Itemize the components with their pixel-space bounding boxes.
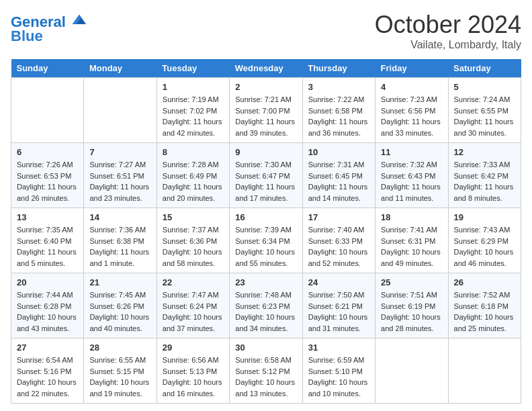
calendar-cell: 21Sunrise: 7:45 AMSunset: 6:26 PMDayligh… — [84, 273, 157, 338]
day-info: Sunrise: 7:28 AMSunset: 6:49 PMDaylight:… — [163, 159, 224, 203]
calendar-cell: 25Sunrise: 7:51 AMSunset: 6:19 PMDayligh… — [375, 273, 448, 338]
calendar-cell: 18Sunrise: 7:41 AMSunset: 6:31 PMDayligh… — [375, 208, 448, 273]
logo-icon — [71, 11, 87, 27]
day-info: Sunrise: 7:48 AMSunset: 6:23 PMDaylight:… — [235, 289, 296, 334]
day-info: Sunrise: 7:21 AMSunset: 7:00 PMDaylight:… — [235, 94, 296, 138]
day-info: Sunrise: 7:36 AMSunset: 6:38 PMDaylight:… — [89, 224, 150, 269]
day-number: 4 — [381, 82, 442, 92]
day-info: Sunrise: 6:54 AMSunset: 5:16 PMDaylight:… — [17, 355, 78, 399]
day-number: 15 — [163, 212, 224, 222]
calendar-cell: 4Sunrise: 7:23 AMSunset: 6:56 PMDaylight… — [375, 78, 448, 143]
day-number: 16 — [235, 212, 296, 222]
calendar-week-row: 13Sunrise: 7:35 AMSunset: 6:40 PMDayligh… — [11, 208, 521, 273]
title-area: October 2024 Vailate, Lombardy, Italy — [375, 11, 521, 51]
day-number: 12 — [454, 147, 515, 157]
day-number: 21 — [89, 277, 150, 287]
calendar-cell — [84, 78, 157, 143]
day-info: Sunrise: 7:41 AMSunset: 6:31 PMDaylight:… — [381, 224, 442, 269]
day-info: Sunrise: 7:44 AMSunset: 6:28 PMDaylight:… — [17, 289, 78, 334]
calendar-cell: 22Sunrise: 7:47 AMSunset: 6:24 PMDayligh… — [157, 273, 229, 338]
header-day-friday: Friday — [375, 59, 448, 78]
calendar-cell: 23Sunrise: 7:48 AMSunset: 6:23 PMDayligh… — [230, 273, 302, 338]
header-day-monday: Monday — [84, 59, 157, 78]
day-info: Sunrise: 7:19 AMSunset: 7:02 PMDaylight:… — [163, 94, 224, 138]
calendar-cell: 31Sunrise: 6:59 AMSunset: 5:10 PMDayligh… — [302, 338, 375, 404]
calendar-cell: 17Sunrise: 7:40 AMSunset: 6:33 PMDayligh… — [302, 208, 375, 273]
calendar-cell: 9Sunrise: 7:30 AMSunset: 6:47 PMDaylight… — [230, 143, 302, 208]
day-number: 24 — [308, 277, 369, 287]
calendar-cell: 11Sunrise: 7:32 AMSunset: 6:43 PMDayligh… — [375, 143, 448, 208]
calendar-cell: 24Sunrise: 7:50 AMSunset: 6:21 PMDayligh… — [302, 273, 375, 338]
calendar-header-row: SundayMondayTuesdayWednesdayThursdayFrid… — [11, 59, 521, 78]
day-info: Sunrise: 7:35 AMSunset: 6:40 PMDaylight:… — [17, 224, 78, 269]
day-info: Sunrise: 7:24 AMSunset: 6:55 PMDaylight:… — [454, 94, 515, 138]
header-day-saturday: Saturday — [448, 59, 521, 78]
calendar-week-row: 20Sunrise: 7:44 AMSunset: 6:28 PMDayligh… — [11, 273, 521, 338]
day-number: 20 — [17, 277, 78, 287]
day-info: Sunrise: 6:56 AMSunset: 5:13 PMDaylight:… — [163, 355, 224, 399]
header-day-wednesday: Wednesday — [230, 59, 302, 78]
calendar-cell: 6Sunrise: 7:26 AMSunset: 6:53 PMDaylight… — [11, 143, 84, 208]
day-number: 19 — [454, 212, 515, 222]
location: Vailate, Lombardy, Italy — [375, 39, 521, 51]
day-number: 18 — [381, 212, 442, 222]
day-number: 5 — [454, 82, 515, 92]
day-number: 2 — [235, 82, 296, 92]
day-info: Sunrise: 7:51 AMSunset: 6:19 PMDaylight:… — [381, 289, 442, 334]
day-number: 23 — [235, 277, 296, 287]
calendar-cell: 2Sunrise: 7:21 AMSunset: 7:00 PMDaylight… — [230, 78, 302, 143]
day-info: Sunrise: 7:45 AMSunset: 6:26 PMDaylight:… — [89, 289, 150, 334]
calendar-cell: 26Sunrise: 7:52 AMSunset: 6:18 PMDayligh… — [448, 273, 521, 338]
calendar-cell: 15Sunrise: 7:37 AMSunset: 6:36 PMDayligh… — [157, 208, 229, 273]
day-number: 26 — [454, 277, 515, 287]
day-info: Sunrise: 6:55 AMSunset: 5:15 PMDaylight:… — [89, 355, 150, 399]
logo: General Blue — [11, 11, 87, 45]
month-title: October 2024 — [375, 11, 521, 39]
header-day-sunday: Sunday — [11, 59, 84, 78]
calendar-cell: 20Sunrise: 7:44 AMSunset: 6:28 PMDayligh… — [11, 273, 84, 338]
day-number: 25 — [381, 277, 442, 287]
day-info: Sunrise: 7:22 AMSunset: 6:58 PMDaylight:… — [308, 94, 369, 138]
day-info: Sunrise: 7:26 AMSunset: 6:53 PMDaylight:… — [17, 159, 78, 203]
day-info: Sunrise: 6:59 AMSunset: 5:10 PMDaylight:… — [308, 355, 369, 399]
day-number: 8 — [163, 147, 224, 157]
calendar-cell: 16Sunrise: 7:39 AMSunset: 6:34 PMDayligh… — [230, 208, 302, 273]
calendar-cell: 28Sunrise: 6:55 AMSunset: 5:15 PMDayligh… — [84, 338, 157, 404]
day-info: Sunrise: 7:33 AMSunset: 6:42 PMDaylight:… — [454, 159, 515, 203]
calendar-cell: 8Sunrise: 7:28 AMSunset: 6:49 PMDaylight… — [157, 143, 229, 208]
day-number: 11 — [381, 147, 442, 157]
day-number: 31 — [308, 342, 369, 353]
day-info: Sunrise: 7:31 AMSunset: 6:45 PMDaylight:… — [308, 159, 369, 203]
day-number: 27 — [17, 342, 78, 353]
day-info: Sunrise: 7:43 AMSunset: 6:29 PMDaylight:… — [454, 224, 515, 269]
calendar-cell: 27Sunrise: 6:54 AMSunset: 5:16 PMDayligh… — [11, 338, 84, 404]
calendar-week-row: 1Sunrise: 7:19 AMSunset: 7:02 PMDaylight… — [11, 78, 521, 143]
day-number: 22 — [163, 277, 224, 287]
day-info: Sunrise: 7:39 AMSunset: 6:34 PMDaylight:… — [235, 224, 296, 269]
calendar-cell: 29Sunrise: 6:56 AMSunset: 5:13 PMDayligh… — [157, 338, 229, 404]
day-info: Sunrise: 7:27 AMSunset: 6:51 PMDaylight:… — [89, 159, 150, 203]
day-info: Sunrise: 7:50 AMSunset: 6:21 PMDaylight:… — [308, 289, 369, 334]
day-number: 30 — [235, 342, 296, 353]
day-number: 6 — [17, 147, 78, 157]
day-info: Sunrise: 7:52 AMSunset: 6:18 PMDaylight:… — [454, 289, 515, 334]
calendar-week-row: 27Sunrise: 6:54 AMSunset: 5:16 PMDayligh… — [11, 338, 521, 404]
day-number: 7 — [89, 147, 150, 157]
day-info: Sunrise: 6:58 AMSunset: 5:12 PMDaylight:… — [235, 355, 296, 399]
calendar-cell: 30Sunrise: 6:58 AMSunset: 5:12 PMDayligh… — [230, 338, 302, 404]
calendar-cell: 12Sunrise: 7:33 AMSunset: 6:42 PMDayligh… — [448, 143, 521, 208]
day-info: Sunrise: 7:23 AMSunset: 6:56 PMDaylight:… — [381, 94, 442, 138]
header-day-tuesday: Tuesday — [157, 59, 229, 78]
calendar-cell: 5Sunrise: 7:24 AMSunset: 6:55 PMDaylight… — [448, 78, 521, 143]
day-number: 9 — [235, 147, 296, 157]
day-info: Sunrise: 7:37 AMSunset: 6:36 PMDaylight:… — [163, 224, 224, 269]
header-day-thursday: Thursday — [302, 59, 375, 78]
calendar-cell: 10Sunrise: 7:31 AMSunset: 6:45 PMDayligh… — [302, 143, 375, 208]
calendar-table: SundayMondayTuesdayWednesdayThursdayFrid… — [11, 59, 521, 404]
day-number: 17 — [308, 212, 369, 222]
day-number: 28 — [89, 342, 150, 353]
header: General Blue October 2024 Vailate, Lomba… — [11, 11, 521, 51]
calendar-cell: 7Sunrise: 7:27 AMSunset: 6:51 PMDaylight… — [84, 143, 157, 208]
day-number: 14 — [89, 212, 150, 222]
day-info: Sunrise: 7:32 AMSunset: 6:43 PMDaylight:… — [381, 159, 442, 203]
